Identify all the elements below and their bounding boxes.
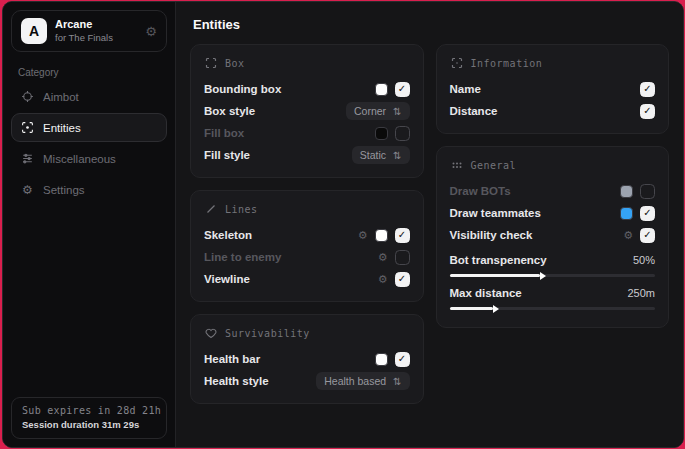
sidebar-item-entities[interactable]: Entities	[11, 113, 167, 142]
box-section-card: Box Bounding box ✓ Box style Corner ⇅	[190, 44, 424, 178]
health-bar-color-swatch[interactable]	[375, 353, 388, 366]
visibility-check-row: Visibility check ⚙ ✓	[450, 224, 656, 246]
bounding-box-row: Bounding box ✓	[204, 78, 410, 100]
chevron-up-down-icon: ⇅	[393, 106, 401, 117]
viewline-checkbox[interactable]: ✓	[395, 272, 410, 287]
fill-style-row: Fill style Static ⇅	[204, 144, 410, 166]
max-distance-group: Max distance 250m	[450, 283, 656, 310]
scan-icon	[21, 121, 34, 134]
line-to-enemy-row: Line to enemy ⚙	[204, 246, 410, 268]
app-name: Arcane	[55, 18, 137, 32]
page-title: Entities	[193, 17, 669, 32]
general-section-card: General Draw BOTs Draw teammates ✓ Visib…	[436, 146, 670, 328]
health-style-row: Health style Health based ⇅	[204, 370, 410, 392]
session-duration-text: Session duration 31m 29s	[22, 419, 156, 430]
viewline-label: Viewline	[204, 273, 371, 285]
sidebar-item-label: Miscellaneous	[43, 153, 116, 165]
gear-icon[interactable]: ⚙	[358, 230, 368, 241]
sub-expires-text: Sub expires in 28d 21h	[22, 405, 156, 416]
max-distance-slider[interactable]	[450, 307, 656, 310]
category-label: Category	[18, 67, 167, 78]
slider-fill	[450, 307, 493, 310]
fill-box-color-swatch[interactable]	[375, 127, 388, 140]
skeleton-color-swatch[interactable]	[375, 229, 388, 242]
gear-icon: ⚙	[21, 183, 34, 197]
chevron-up-down-icon: ⇅	[393, 150, 401, 161]
gear-icon[interactable]: ⚙	[623, 230, 633, 241]
box-style-dropdown[interactable]: Corner ⇅	[346, 102, 410, 120]
app-header-card: A Arcane for The Finals ⚙	[11, 10, 167, 52]
distance-checkbox[interactable]: ✓	[640, 104, 655, 119]
box-style-value: Corner	[354, 105, 386, 117]
corner-box-icon	[205, 57, 217, 69]
sidebar-item-settings[interactable]: ⚙ Settings	[11, 175, 167, 205]
check-icon: ✓	[398, 274, 406, 284]
section-title-survivability: Survivability	[225, 328, 310, 339]
check-icon: ✓	[643, 230, 651, 240]
name-checkbox[interactable]: ✓	[640, 82, 655, 97]
sidebar-nav: Aimbot Entities Miscellaneous ⚙ Settings	[11, 82, 167, 205]
health-style-dropdown[interactable]: Health based ⇅	[316, 372, 409, 390]
crosshair-icon	[21, 90, 34, 103]
skeleton-checkbox[interactable]: ✓	[395, 228, 410, 243]
box-style-label: Box style	[204, 105, 339, 117]
health-style-label: Health style	[204, 375, 309, 387]
check-icon: ✓	[643, 106, 651, 116]
slider-fill	[450, 274, 540, 277]
fill-style-value: Static	[360, 149, 386, 161]
bot-transparency-group: Bot transpenency 50%	[450, 250, 656, 277]
health-bar-row: Health bar ✓	[204, 348, 410, 370]
lines-section-card: Lines Skeleton ⚙ ✓ Line to enemy ⚙ V	[190, 190, 424, 302]
visibility-check-checkbox[interactable]: ✓	[640, 228, 655, 243]
bounding-box-checkbox[interactable]: ✓	[395, 82, 410, 97]
section-title-box: Box	[225, 58, 245, 69]
box-style-row: Box style Corner ⇅	[204, 100, 410, 122]
visibility-check-label: Visibility check	[450, 229, 617, 241]
line-to-enemy-checkbox[interactable]	[395, 250, 410, 265]
line-to-enemy-label: Line to enemy	[204, 251, 371, 263]
bounding-box-color-swatch[interactable]	[375, 83, 388, 96]
information-section-card: Information Name ✓ Distance ✓	[436, 44, 670, 134]
draw-bots-color-swatch[interactable]	[620, 185, 633, 198]
fill-style-dropdown[interactable]: Static ⇅	[352, 146, 410, 164]
health-bar-checkbox[interactable]: ✓	[395, 352, 410, 367]
check-icon: ✓	[398, 230, 406, 240]
name-label: Name	[450, 83, 634, 95]
draw-teammates-checkbox[interactable]: ✓	[640, 206, 655, 221]
sidebar-item-label: Settings	[43, 184, 85, 196]
viewline-row: Viewline ⚙ ✓	[204, 268, 410, 290]
gear-icon[interactable]: ⚙	[145, 24, 157, 39]
sidebar: A Arcane for The Finals ⚙ Category Aimbo…	[3, 2, 175, 447]
sidebar-item-aimbot[interactable]: Aimbot	[11, 82, 167, 111]
draw-bots-checkbox[interactable]	[640, 184, 655, 199]
section-title-general: General	[471, 160, 517, 171]
section-title-lines: Lines	[225, 204, 258, 215]
health-bar-label: Health bar	[204, 353, 368, 365]
sidebar-item-label: Aimbot	[43, 91, 79, 103]
draw-teammates-color-swatch[interactable]	[620, 207, 633, 220]
app-window: A Arcane for The Finals ⚙ Category Aimbo…	[2, 1, 684, 448]
gear-icon[interactable]: ⚙	[378, 252, 388, 263]
sliders-icon	[21, 152, 34, 165]
line-icon	[205, 203, 217, 215]
main-panel: Entities Box Bounding box ✓ Box	[175, 2, 683, 447]
sidebar-item-miscellaneous[interactable]: Miscellaneous	[11, 144, 167, 173]
draw-bots-label: Draw BOTs	[450, 185, 614, 197]
draw-teammates-label: Draw teammates	[450, 207, 614, 219]
chevron-up-down-icon: ⇅	[393, 376, 401, 387]
health-style-value: Health based	[324, 375, 386, 387]
fill-box-row: Fill box	[204, 122, 410, 144]
survivability-section-card: Survivability Health bar ✓ Health style …	[190, 314, 424, 404]
fill-style-label: Fill style	[204, 149, 345, 161]
max-distance-value: 250m	[627, 287, 655, 299]
grid-dots-icon	[451, 159, 463, 171]
fill-box-checkbox[interactable]	[395, 126, 410, 141]
distance-row: Distance ✓	[450, 100, 656, 122]
bot-transparency-slider[interactable]	[450, 274, 656, 277]
check-icon: ✓	[398, 354, 406, 364]
distance-label: Distance	[450, 105, 634, 117]
gear-icon[interactable]: ⚙	[378, 274, 388, 285]
draw-teammates-row: Draw teammates ✓	[450, 202, 656, 224]
sidebar-item-label: Entities	[43, 122, 81, 134]
fill-box-label: Fill box	[204, 127, 368, 139]
